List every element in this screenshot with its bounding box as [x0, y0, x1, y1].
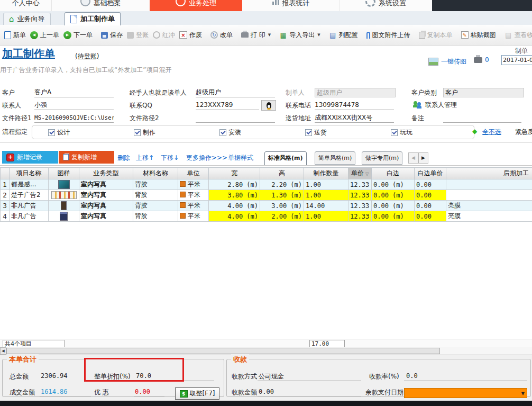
cell-post-process[interactable]: 亮膜 [446, 211, 532, 222]
cell-height[interactable]: 2.20 (m) [260, 179, 304, 190]
address-field[interactable]: 成都XX区XX街XX号 [315, 113, 394, 123]
cell-height[interactable]: 3.00 (m) [260, 201, 304, 211]
cell-unit[interactable]: 平米 [178, 201, 209, 211]
cell-unit[interactable]: 平米 [178, 190, 209, 201]
order-date-field[interactable]: 2017-01-0 [501, 55, 532, 65]
cell-qty[interactable]: 1.00 [304, 211, 348, 222]
tab-process-order[interactable]: 加工制作单 [65, 12, 121, 25]
scrollbar-track[interactable] [440, 347, 532, 355]
cell-unit[interactable]: 平米 [178, 179, 209, 190]
move-up-link[interactable]: 上移↑ [136, 154, 154, 163]
checkbox-play[interactable]: 玩玩 [391, 128, 412, 137]
tab-business-wizard[interactable]: ⌂ 业务向导 [3, 13, 51, 25]
remark-field[interactable] [443, 113, 521, 123]
contact-field[interactable]: 小强 [34, 101, 114, 110]
cell-border[interactable]: 0.00 (m) [372, 211, 415, 222]
cell-border-price[interactable]: 0.00 [415, 201, 446, 211]
cell-price[interactable]: 12.33 [348, 211, 372, 222]
cell-post-process[interactable] [446, 179, 532, 190]
qq-button[interactable] [261, 100, 276, 111]
horizontal-scrollbar[interactable]: ◀ [0, 347, 532, 355]
nav-tab-business[interactable]: 业务处理 [150, 0, 242, 11]
cell-border[interactable]: 0.00 (m) [372, 179, 415, 190]
payment-amount-field[interactable]: 0.00 [259, 388, 274, 395]
cell-image[interactable] [49, 179, 79, 190]
print-button[interactable]: 打 印▼ [239, 29, 273, 41]
style-tab-word[interactable]: 做字专用(m) [362, 151, 402, 165]
cell-material[interactable]: 背胶 [133, 211, 178, 222]
contact-manager-link[interactable]: 联系人管理 [412, 101, 457, 110]
nav-tab-reports[interactable]: 报表统计 [242, 0, 340, 11]
cell-name[interactable]: 非凡广告 [10, 201, 49, 211]
col-header-width[interactable]: 宽 [209, 168, 260, 179]
tab-scroll-left-button[interactable]: ◀ [408, 152, 418, 164]
col-header-border-price[interactable]: 白边单价 [415, 168, 446, 179]
cell-name[interactable]: 非凡广告 [10, 211, 49, 222]
cell-unit[interactable]: 平米 [178, 211, 209, 222]
style-tab-standard[interactable]: 标准风格(m) [264, 151, 307, 166]
cell-post-process[interactable]: 亮膜 [446, 201, 532, 211]
cell-type[interactable]: 室内写真 [79, 211, 133, 222]
file-path1-field[interactable]: MS-20160905QJVE:C:\Users [34, 113, 114, 123]
cell-price[interactable]: 12.33 [348, 179, 372, 190]
nav-tab-personal[interactable]: 个人中心 [0, 0, 51, 11]
one-click-image-link[interactable]: 一键传图 [428, 57, 466, 66]
cell-material[interactable]: 背胶 [133, 201, 178, 211]
checkbox-design[interactable]: 设计 [48, 128, 70, 137]
cell-height[interactable]: 1.30 (m) [260, 190, 304, 201]
checkbox-production[interactable]: 制作 [134, 128, 155, 137]
style-tab-simple[interactable]: 简单风格(m) [315, 151, 355, 165]
nav-tab-settings[interactable]: 系统设置 [340, 0, 432, 11]
col-header-image[interactable]: 图样 [49, 168, 79, 179]
col-header-height[interactable]: 高 [260, 168, 304, 179]
col-header-price[interactable]: 单价▽ [348, 168, 372, 179]
round-button[interactable]: $ 取整[F7] [175, 387, 219, 400]
checkbox-delivery[interactable]: 送货 [305, 128, 327, 137]
file-path2-field[interactable] [196, 113, 275, 123]
import-export-button[interactable]: ▦导入导出▼ [277, 29, 322, 41]
customer-field[interactable]: 客户A [34, 88, 114, 97]
handler-field[interactable]: 超级用户 [196, 88, 275, 97]
void-button[interactable]: ×作废 [177, 29, 204, 41]
col-header-name[interactable]: 项目名称 [10, 168, 49, 179]
prev-order-button[interactable]: ◀上一单 [28, 29, 61, 41]
cell-price[interactable]: 12.33 [348, 201, 372, 211]
paste-screenshot-button[interactable]: ✎粘贴截图 [459, 29, 498, 41]
row-number[interactable]: 3 [1, 201, 10, 211]
cell-post-process[interactable] [446, 190, 532, 201]
cell-type[interactable]: 室内写真 [79, 179, 133, 190]
col-header-post-process[interactable]: 后期加工 [446, 168, 532, 179]
attachment-upload-button[interactable]: 图文附件上传 [364, 29, 412, 41]
cell-image[interactable] [49, 211, 79, 222]
col-header-type[interactable]: 业务类型 [79, 168, 133, 179]
cell-type[interactable]: 室内写真 [79, 201, 133, 211]
discount-field[interactable]: 70.0 [136, 372, 151, 380]
cell-height[interactable]: 2.00 (m) [260, 211, 304, 222]
row-number[interactable]: 1 [1, 179, 10, 190]
cell-border[interactable]: 0.00 (m) [372, 190, 415, 201]
cell-width[interactable]: 4.00 (m) [209, 211, 260, 222]
cell-image[interactable] [49, 190, 79, 201]
add-record-button[interactable]: +新增记录 [2, 151, 58, 164]
cell-width[interactable]: 3.80 (m) [209, 190, 260, 201]
col-header-material[interactable]: 材料名称 [133, 168, 178, 179]
cell-border[interactable]: 0.00 (m) [372, 201, 415, 211]
next-order-button[interactable]: ▶下一单 [61, 29, 95, 41]
cell-material[interactable]: 背胶 [133, 179, 178, 190]
nav-tab-archives[interactable]: 基础档案 [51, 0, 150, 11]
due-date-combo[interactable]: ▼ [404, 388, 527, 398]
cell-width[interactable]: 4.00 (m) [209, 201, 260, 211]
col-header-border[interactable]: 白边 [372, 168, 415, 179]
cell-name[interactable]: 楚子广告2 [10, 190, 49, 201]
row-number[interactable]: 4 [1, 211, 10, 222]
save-button[interactable]: 保存 [99, 29, 125, 41]
scroll-left-button[interactable]: ◀ [0, 347, 6, 355]
checkbox-install[interactable]: 安装 [219, 128, 241, 137]
cell-border-price[interactable]: 0.00 [415, 190, 446, 201]
final-amount-value[interactable]: 1614.86 [41, 388, 68, 395]
col-header-unit[interactable]: 单位 [178, 168, 209, 179]
cell-qty[interactable]: 1.00 [304, 179, 348, 190]
cell-price[interactable]: 12.33 [348, 190, 372, 201]
col-header-qty[interactable]: 制作数量 [304, 168, 348, 179]
payment-method-field[interactable]: 公司现金 [259, 372, 284, 381]
